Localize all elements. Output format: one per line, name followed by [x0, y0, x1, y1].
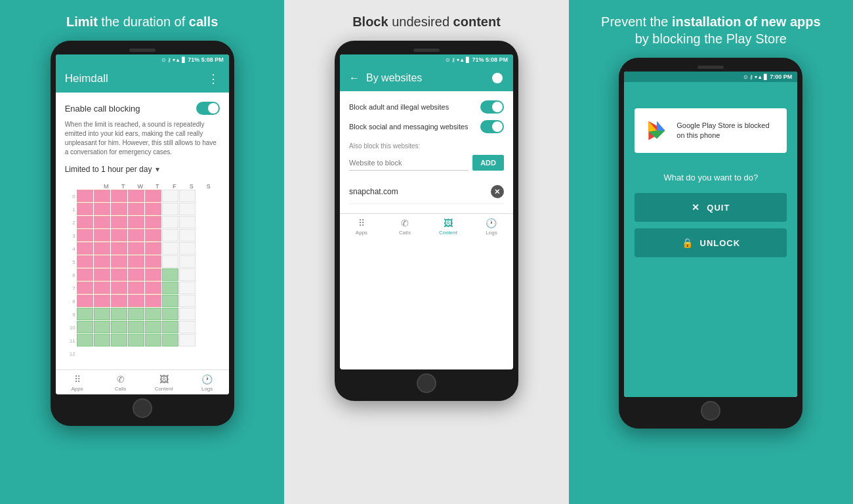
- home-button-1[interactable]: [133, 398, 152, 418]
- enable-call-label: Enable call blocking: [65, 104, 140, 114]
- enable-call-toggle[interactable]: [196, 102, 220, 115]
- phone-3-speaker: [697, 66, 724, 69]
- calls-icon: ✆: [117, 374, 125, 385]
- home-button-2[interactable]: [417, 373, 436, 393]
- lock-icon: 🔒: [682, 238, 694, 248]
- chart-body: 0 1 2 3 4 5 6 7 8 9 10 11 12: [68, 190, 217, 360]
- panel-calls: Limit the duration of calls ⊙ ⚷ ▾▲ ▊ 71%…: [0, 0, 284, 504]
- content-icon: 🖼: [159, 374, 169, 385]
- nav-apps-2[interactable]: ⠿ Apps: [340, 218, 383, 236]
- nav-logs-2[interactable]: 🕐 Logs: [470, 218, 513, 236]
- block-social-label: Block social and messaging websites: [349, 123, 480, 131]
- nav-calls-2[interactable]: ✆ Calls: [383, 218, 427, 236]
- phone-1: ⊙ ⚷ ▾▲ ▊ 71% 5:08 PM Heimdall ⋮ Enable c…: [51, 41, 234, 426]
- logs-icon-2: 🕐: [486, 218, 497, 228]
- phone-2-top: [340, 49, 513, 52]
- add-website-row: ADD: [349, 155, 504, 171]
- block-adult-row: Block adult and illegal websites: [349, 100, 504, 114]
- panel-3-subtitle: by blocking the Play Store: [635, 32, 787, 46]
- phone-1-screen: ⊙ ⚷ ▾▲ ▊ 71% 5:08 PM Heimdall ⋮ Enable c…: [56, 54, 229, 394]
- nav-content-label: Content: [155, 386, 173, 392]
- block-social-row: Block social and messaging websites: [349, 120, 504, 133]
- status-bar-1: ⊙ ⚷ ▾▲ ▊ 71% 5:08 PM: [56, 54, 229, 65]
- blocked-screen-content: Google Play Store is blocked on this pho…: [624, 82, 797, 397]
- home-button-3[interactable]: [701, 401, 720, 421]
- nav-logs-label-2: Logs: [486, 230, 497, 236]
- unlock-label: UNLOCK: [700, 238, 741, 248]
- panel-playstore: Prevent the installation of new apps by …: [569, 0, 853, 504]
- nav-logs-label: Logs: [201, 386, 213, 392]
- quit-icon: ✕: [692, 202, 700, 213]
- nav-content-2[interactable]: 🖼 Content: [427, 218, 470, 236]
- block-adult-toggle[interactable]: [480, 100, 504, 114]
- websites-content: Block adult and illegal websites Block s…: [340, 91, 513, 213]
- website-input[interactable]: [349, 155, 468, 171]
- status-time-2: 71% 5:08 PM: [472, 56, 508, 63]
- app-bar-heimdall: Heimdall ⋮: [56, 65, 229, 93]
- play-store-logo-icon: [645, 119, 669, 142]
- bottom-nav-1: ⠿ Apps ✆ Calls 🖼 Content 🕐 Logs: [56, 369, 229, 394]
- status-bar-2: ⊙ ⚷ ▾▲ ▊ 71% 5:08 PM: [340, 54, 513, 65]
- play-blocked-text: Google Play Store is blocked on this pho…: [676, 121, 776, 141]
- nav-content-label-2: Content: [439, 230, 457, 236]
- dropdown-arrow-icon: ▾: [156, 165, 159, 174]
- heimdall-content: Enable call blocking When the limit is r…: [56, 93, 229, 369]
- nav-apps-label-2: Apps: [356, 230, 367, 236]
- back-arrow-icon[interactable]: ←: [349, 72, 360, 84]
- block-social-toggle[interactable]: [480, 120, 504, 133]
- phone-3: ⊙ ⚷ ▾▲ ▊ 7:00 PM: [619, 58, 802, 429]
- calls-chart: M T W T F S S 0 1 2 3 4: [65, 183, 220, 360]
- nav-content-1[interactable]: 🖼 Content: [142, 374, 186, 392]
- block-adult-label: Block adult and illegal websites: [349, 103, 480, 111]
- status-icons-2: ⊙ ⚷ ▾▲ ▊: [446, 57, 470, 63]
- what-to-do-text: What do you want to do?: [663, 173, 758, 182]
- panel-1-title: Limit the duration of calls: [66, 13, 218, 30]
- bottom-nav-2: ⠿ Apps ✆ Calls 🖼 Content 🕐 Logs: [340, 213, 513, 238]
- apps-icon-2: ⠿: [358, 218, 365, 228]
- panel-websites: Block undesired content ⊙ ⚷ ▾▲ ▊ 71% 5:0…: [284, 0, 568, 504]
- phone-2-screen: ⊙ ⚷ ▾▲ ▊ 71% 5:08 PM ← By websites Block…: [340, 54, 513, 369]
- phone-3-bottom: [624, 401, 797, 421]
- status-time-3: 7:00 PM: [770, 74, 792, 80]
- nav-apps-1[interactable]: ⠿ Apps: [56, 374, 99, 392]
- quit-button[interactable]: ✕ QUIT: [635, 193, 787, 222]
- call-desc: When the limit is reached, a sound is re…: [65, 120, 220, 157]
- status-bar-3: ⊙ ⚷ ▾▲ ▊ 7:00 PM: [624, 72, 797, 82]
- websites-master-toggle[interactable]: [480, 72, 504, 85]
- status-icons-1: ⊙ ⚷ ▾▲ ▊: [161, 57, 186, 63]
- phone-2: ⊙ ⚷ ▾▲ ▊ 71% 5:08 PM ← By websites Block…: [335, 41, 518, 401]
- nav-logs-1[interactable]: 🕐 Logs: [186, 374, 229, 392]
- nav-calls-label-2: Calls: [399, 230, 411, 236]
- panel-3-title: Prevent the installation of new apps by …: [601, 13, 821, 47]
- status-time-1: 71% 5:08 PM: [188, 56, 224, 63]
- enable-call-row: Enable call blocking: [65, 102, 220, 115]
- websites-screen-title: By websites: [366, 72, 474, 84]
- blocked-site-name: snapchat.com: [349, 187, 398, 196]
- nav-calls-label: Calls: [115, 386, 127, 392]
- svg-marker-3: [657, 121, 665, 131]
- heimdall-title: Heimdall: [65, 72, 108, 85]
- phone-1-bottom: [56, 398, 229, 418]
- phone-3-screen: ⊙ ⚷ ▾▲ ▊ 7:00 PM: [624, 72, 797, 397]
- add-website-button[interactable]: ADD: [472, 155, 504, 171]
- limit-label: Limited to 1 hour per day: [65, 165, 152, 174]
- nav-apps-label: Apps: [72, 386, 83, 392]
- nav-calls-1[interactable]: ✆ Calls: [99, 374, 142, 392]
- phone-3-top: [624, 66, 797, 69]
- also-block-label: Also block this websites:: [349, 142, 504, 150]
- status-icons-3: ⊙ ⚷ ▾▲ ▊: [743, 74, 768, 80]
- limit-dropdown[interactable]: Limited to 1 hour per day ▾: [65, 165, 220, 174]
- quit-label: QUIT: [707, 203, 730, 213]
- unlock-button[interactable]: 🔒 UNLOCK: [635, 228, 787, 257]
- phone-1-top: [56, 49, 229, 52]
- phone-1-speaker: [129, 49, 156, 52]
- chart-day-labels: M T W T F S S: [77, 183, 217, 190]
- phone-2-speaker: [413, 49, 440, 52]
- logs-icon: 🕐: [201, 374, 213, 385]
- blocked-site-snapchat: snapchat.com ✕: [349, 180, 504, 204]
- chart-grid: [77, 190, 196, 360]
- panel-2-title: Block undesired content: [352, 13, 501, 30]
- remove-site-button[interactable]: ✕: [491, 185, 504, 198]
- content-icon-2: 🖼: [444, 218, 453, 228]
- menu-dots-icon[interactable]: ⋮: [207, 72, 220, 86]
